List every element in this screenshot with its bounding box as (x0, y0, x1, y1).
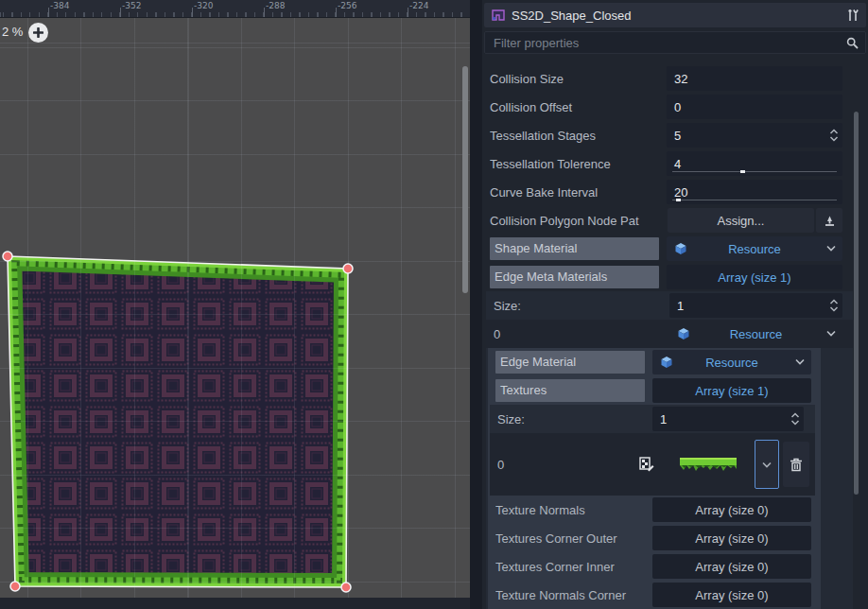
collision-offset-value: 0 (674, 100, 681, 114)
property-label-highlighted: Edge Meta Materials (490, 266, 659, 288)
resource-link[interactable]: Resource (705, 356, 758, 370)
zoom-in-button[interactable] (28, 23, 48, 43)
textures-corner-outer-array-button[interactable]: Array (size 0) (652, 526, 811, 550)
zoom-percentage[interactable]: 2 % (2, 25, 23, 39)
canvas-2d-viewport[interactable]: -384 -352 -320 -288 -256 -224 2 % (0, 0, 470, 609)
slider-grabber[interactable] (676, 199, 681, 201)
ruler-label: -288 (266, 1, 285, 10)
array-item-0-row: 0 Resource (486, 320, 853, 348)
array-size-text: Array (size 0) (695, 588, 768, 602)
slider-track[interactable] (672, 200, 837, 200)
edge-material-resource-picker[interactable]: Resource (652, 350, 811, 374)
plus-icon (33, 27, 43, 38)
meta-array-size-spinbox[interactable]: 1 (669, 293, 842, 318)
tessellation-stages-spinbox[interactable]: 5 (667, 123, 842, 148)
resource-cube-icon (660, 356, 673, 369)
textures-array-size-value: 1 (660, 412, 667, 426)
array-index-label: 0 (497, 458, 639, 472)
property-label: Collision Size (490, 72, 667, 86)
spinner-updown-icon[interactable] (829, 128, 839, 143)
property-row-shape-material: Shape Material Resource (482, 235, 860, 263)
texture-normals-array-button[interactable]: Array (size 0) (652, 497, 811, 522)
viewport-vertical-scrollbar[interactable] (462, 66, 468, 293)
curve-bake-interval-slider[interactable]: 20 (667, 180, 842, 204)
array-index-label: 0 (494, 327, 669, 341)
ruler-label: -256 (338, 1, 356, 10)
texture-item-0-row: 0 (490, 433, 815, 496)
chevron-down-icon[interactable] (795, 358, 805, 365)
search-icon (846, 37, 859, 49)
chevron-down-icon (762, 461, 772, 468)
property-label-highlighted: Textures (495, 379, 645, 402)
property-label-highlighted: Edge Material (495, 351, 645, 374)
ruler-label: -384 (50, 1, 69, 10)
horizontal-ruler: -384 -352 -320 -288 -256 -224 (0, 0, 470, 18)
grass-texture-preview[interactable] (678, 456, 738, 473)
property-row-tessellation-tolerence: Tessellation Tolerence 4 (482, 149, 860, 178)
meta-item-0-resource-picker[interactable]: Resource (669, 322, 842, 346)
property-row-collision-polygon-node-path: Collision Polygon Node Pat Assign... (482, 206, 860, 235)
resource-cube-icon (677, 327, 690, 340)
chevron-down-icon[interactable] (826, 245, 836, 252)
textures-corner-inner-array-button[interactable]: Array (size 0) (652, 554, 811, 579)
property-row-textures-corner-inner: Textures Corner Inner Array (size 0) (488, 552, 821, 581)
inspector-vertical-scrollbar[interactable] (854, 112, 859, 495)
resource-link[interactable]: Resource (728, 242, 781, 256)
chevron-down-icon[interactable] (826, 330, 836, 337)
slider-grabber[interactable] (740, 170, 745, 173)
property-label: Curve Bake Interval (490, 185, 667, 200)
property-label: Textures Corner Outer (495, 531, 652, 546)
spinner-updown-icon[interactable] (790, 411, 800, 426)
textures-array-button[interactable]: Array (size 1) (652, 378, 811, 403)
property-label: Texture Normals (495, 503, 652, 517)
spinner-updown-icon[interactable] (829, 298, 839, 313)
property-label: Tessellation Tolerence (490, 157, 667, 171)
filter-properties-input[interactable] (492, 35, 846, 51)
object-tools-icon[interactable] (846, 9, 859, 23)
ruler-label: -224 (409, 1, 428, 10)
array-size-link: Array (size 1) (718, 270, 790, 285)
delete-texture-button[interactable] (783, 442, 809, 487)
assign-button-label: Assign... (718, 214, 765, 228)
property-row-tessellation-stages: Tessellation Stages 5 (482, 121, 860, 149)
property-label-highlighted: Shape Material (490, 237, 659, 260)
trash-icon (790, 458, 803, 472)
tessellation-tolerence-slider[interactable]: 4 (667, 151, 842, 176)
textures-array-section: Size: 1 0 (490, 405, 815, 496)
shape-polygon[interactable] (0, 0, 470, 609)
property-label: Size: (497, 412, 652, 426)
resource-cube-icon (674, 242, 687, 255)
texture-options-dropdown[interactable] (755, 440, 779, 489)
edge-meta-materials-array-section: Size: 1 0 Resource (486, 291, 853, 609)
shape-material-resource-picker[interactable]: Resource (667, 236, 842, 261)
array-size-row: Size: 1 (490, 405, 815, 433)
resource-link[interactable]: Resource (730, 327, 783, 341)
slider-track[interactable] (672, 171, 837, 172)
pick-node-button[interactable] (816, 208, 842, 233)
bottom-panel-edge (0, 598, 470, 609)
property-row-collision-size: Collision Size 32 (482, 64, 860, 93)
array-size-row: Size: 1 (486, 291, 853, 320)
ruler-minor-ticks (0, 12, 470, 17)
assign-nodepath-button[interactable]: Assign... (668, 208, 814, 233)
collision-size-value: 32 (674, 72, 687, 86)
panel-splitter[interactable] (470, 0, 482, 609)
property-label: Collision Offset (490, 100, 667, 114)
texture-normals-corner-array-button[interactable]: Array (size 0) (652, 583, 811, 607)
filter-properties-box[interactable] (484, 31, 866, 54)
property-row-curve-bake-interval: Curve Bake Interval 20 (482, 178, 860, 206)
property-label: Size: (494, 299, 669, 313)
edge-meta-materials-array-button[interactable]: Array (size 1) (667, 265, 842, 289)
property-row-textures-corner-outer: Textures Corner Outer Array (size 0) (488, 524, 821, 552)
meta-array-size-value: 1 (677, 299, 684, 313)
node-picker-icon (824, 215, 836, 227)
collision-size-field[interactable]: 32 (667, 66, 842, 91)
property-row-texture-normals-corner: Texture Normals Corner Array (size 0) (488, 581, 821, 609)
textures-array-size-spinbox[interactable]: 1 (652, 407, 804, 431)
tessellation-tolerence-value: 4 (674, 157, 681, 171)
texture-edit-icon[interactable] (639, 457, 654, 472)
collision-offset-field[interactable]: 0 (667, 95, 842, 119)
inspector-object-title: SS2D_Shape_Closed (512, 9, 846, 23)
inspector-object-header[interactable]: SS2D_Shape_Closed (484, 3, 866, 27)
tessellation-stages-value: 5 (674, 129, 681, 143)
